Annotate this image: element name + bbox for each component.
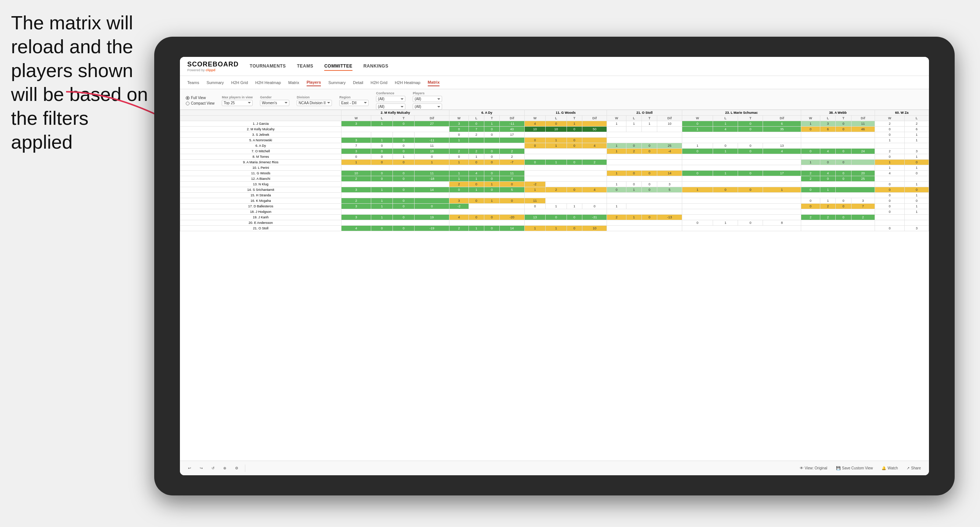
cell: 1 bbox=[566, 204, 582, 209]
cell: 0 bbox=[484, 132, 500, 138]
player-label: 10. L Perini bbox=[180, 165, 342, 171]
table-row: 7. O Mitchell 3 0 0 18 2 2 0 2 1 2 bbox=[180, 149, 929, 154]
watch-button[interactable]: 🔔 Watch bbox=[880, 465, 900, 471]
cell: 13 bbox=[763, 143, 801, 149]
table-row: 3. S Jelinek 0 2 0 17 bbox=[180, 132, 929, 138]
matrix-table: 2. M Kelly Mulcahy 6. A Dy 11. G Woods 2… bbox=[180, 110, 929, 231]
matrix-container[interactable]: 2. M Kelly Mulcahy 6. A Dy 11. G Woods 2… bbox=[180, 110, 929, 460]
nav-tournaments[interactable]: TOURNAMENTS bbox=[250, 62, 286, 71]
cell: 4 bbox=[342, 226, 371, 231]
cell bbox=[449, 209, 524, 215]
gender-select[interactable]: Women's bbox=[260, 100, 290, 106]
cell: 0 bbox=[801, 204, 820, 209]
save-custom-button[interactable]: 💾 Save Custom View bbox=[834, 465, 875, 471]
cell: 0 bbox=[449, 132, 469, 138]
table-row: 17. D Ballesteros 3 1 0 0 -2 0 1 1 0 1 bbox=[180, 204, 929, 209]
subnav-h2h-grid[interactable]: H2H Grid bbox=[231, 79, 248, 86]
cell: 1 bbox=[449, 176, 469, 182]
cell bbox=[342, 182, 449, 187]
cell: 3 bbox=[342, 138, 371, 143]
cell: -19 bbox=[415, 226, 449, 231]
max-players-select[interactable]: Top 25 bbox=[222, 100, 253, 106]
table-row: 14. S Srichantamit 3 1 0 14 0 1 0 5 1 2 … bbox=[180, 187, 929, 193]
cell bbox=[905, 176, 929, 182]
cell bbox=[836, 187, 875, 193]
region-select[interactable]: East - DII (All) bbox=[339, 100, 369, 106]
conference-select2[interactable]: (All) bbox=[376, 103, 406, 110]
subnav-teams[interactable]: Teams bbox=[187, 79, 199, 86]
player-label: 21. O Stoll bbox=[180, 226, 342, 231]
subnav-players[interactable]: Players bbox=[307, 79, 321, 86]
view-original-button[interactable]: 👁 View: Original bbox=[797, 465, 830, 471]
cell: 1 bbox=[763, 187, 801, 193]
share-button[interactable]: ↗ Share bbox=[904, 465, 923, 471]
cell: 1 bbox=[546, 143, 566, 149]
cell: 0 bbox=[875, 187, 904, 193]
cell: 0 bbox=[642, 143, 657, 149]
cell: 0 bbox=[566, 160, 582, 165]
cell: 5 bbox=[657, 187, 682, 193]
nav-committee[interactable]: COMMITTEE bbox=[324, 62, 353, 71]
cell: 1 bbox=[546, 138, 566, 143]
cell bbox=[801, 209, 875, 215]
subnav-h2h-heatmap[interactable]: H2H Heatmap bbox=[255, 79, 281, 86]
settings-button[interactable]: ⚙ bbox=[233, 465, 240, 471]
cell: 0 bbox=[469, 160, 484, 165]
cell: 1 bbox=[607, 121, 626, 127]
cell: 0 bbox=[566, 138, 582, 143]
header-player-7: 60. W Za bbox=[875, 110, 929, 116]
zoom-button[interactable]: ⊕ bbox=[221, 465, 228, 471]
cell: 0 bbox=[642, 215, 657, 220]
cell: 1 bbox=[905, 132, 929, 138]
division-select[interactable]: NCAA Division II bbox=[297, 100, 332, 106]
cell: 0 bbox=[449, 127, 469, 132]
cell: 1 bbox=[469, 226, 484, 231]
subnav-h2h-grid2[interactable]: H2H Grid bbox=[371, 79, 387, 86]
cell: 2 bbox=[582, 160, 607, 165]
cell bbox=[524, 209, 607, 215]
players-select[interactable]: (All) bbox=[413, 96, 442, 102]
refresh-button[interactable]: ↺ bbox=[209, 465, 216, 471]
cell: 0 bbox=[415, 204, 449, 209]
compact-view-radio[interactable]: Compact View bbox=[186, 101, 215, 105]
cell: 0 bbox=[500, 198, 525, 204]
conference-select[interactable]: (All) bbox=[376, 96, 406, 102]
cell: 0 bbox=[836, 204, 851, 209]
subnav-h2h-heatmap2[interactable]: H2H Heatmap bbox=[395, 79, 420, 86]
cell: 14 bbox=[500, 226, 525, 231]
subnav-summary2[interactable]: Summary bbox=[328, 79, 345, 86]
cell: -11 bbox=[415, 138, 449, 143]
cell: 0 bbox=[682, 171, 713, 176]
subnav-matrix[interactable]: Matrix bbox=[288, 79, 299, 86]
cell bbox=[469, 138, 484, 143]
header-player-6: 38. A Webb bbox=[801, 110, 875, 116]
cell: 0 bbox=[524, 204, 545, 209]
cell: 1 bbox=[820, 198, 836, 204]
col-t-3: T bbox=[566, 116, 582, 121]
subnav-detail[interactable]: Detail bbox=[353, 79, 363, 86]
subnav-summary[interactable]: Summary bbox=[206, 79, 224, 86]
cell: 1 bbox=[607, 143, 626, 149]
undo-button[interactable]: ↩ bbox=[186, 465, 193, 471]
redo-button[interactable]: ↪ bbox=[197, 465, 205, 471]
navbar: SCOREBOARD Powered by clippd TOURNAMENTS… bbox=[180, 57, 929, 76]
full-view-radio[interactable]: Full View bbox=[186, 96, 215, 100]
cell: 1 bbox=[469, 187, 484, 193]
cell: 4 bbox=[524, 121, 545, 127]
player-label: 1. J Garcia bbox=[180, 121, 342, 127]
cell: 7 bbox=[851, 204, 875, 209]
cell bbox=[449, 193, 524, 198]
compact-view-dot bbox=[186, 102, 189, 105]
cell: 2 bbox=[546, 187, 566, 193]
cell: 1 bbox=[484, 121, 500, 127]
cell: 4 bbox=[875, 171, 904, 176]
cell: 0 bbox=[836, 121, 851, 127]
cell bbox=[546, 198, 607, 204]
cell: 0 bbox=[836, 127, 851, 132]
cell: 1 bbox=[905, 165, 929, 171]
nav-rankings[interactable]: RANKINGS bbox=[364, 62, 388, 71]
nav-teams[interactable]: TEAMS bbox=[297, 62, 313, 71]
cell: 0 bbox=[393, 176, 415, 182]
players-select2[interactable]: (All) bbox=[413, 103, 442, 110]
subnav-matrix2[interactable]: Matrix bbox=[428, 79, 439, 86]
